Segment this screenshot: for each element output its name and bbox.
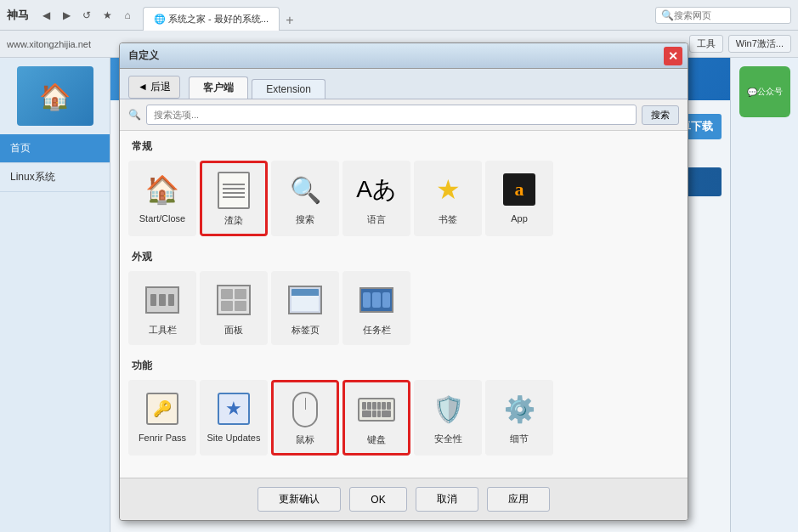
dialog-body: 常规 🏠 Start/Close [120, 131, 688, 478]
item-start-close[interactable]: 🏠 Start/Close [128, 161, 196, 236]
item-icon-detail: ⚙️ [499, 388, 540, 429]
item-language[interactable]: Aあ 语言 [342, 161, 410, 236]
item-label-search: 搜索 [296, 213, 314, 226]
search-icon: 🔍 [128, 109, 141, 121]
dialog-close-button[interactable]: ✕ [664, 47, 682, 65]
item-search[interactable]: 🔍 搜索 [271, 161, 339, 236]
section-label-function: 功能 [128, 359, 679, 373]
item-icon-security: 🛡️ [427, 388, 468, 429]
dialog-titlebar: 自定义 ✕ [120, 43, 688, 69]
item-label-zhajian: 渣染 [224, 214, 243, 227]
update-confirm-button[interactable]: 更新确认 [258, 487, 341, 512]
item-tabpage[interactable]: 标签页 [271, 271, 339, 345]
item-app[interactable]: a App [485, 161, 553, 236]
item-keyboard[interactable]: 键盘 [342, 380, 410, 456]
customize-dialog: 自定义 ✕ ◄ 后退 客户端 Extension 🔍 搜索 常规 [119, 42, 688, 521]
item-zhajian[interactable]: 渣染 [200, 161, 268, 236]
ok-button[interactable]: OK [349, 487, 406, 512]
item-label-panel: 面板 [224, 324, 243, 337]
item-label-mouse: 鼠标 [296, 433, 314, 446]
tab-extension[interactable]: Extension [252, 79, 325, 99]
item-label-keyboard: 键盘 [367, 433, 386, 446]
item-panel[interactable]: 面板 [200, 271, 268, 345]
item-icon-fenrir-pass: 🔑 [142, 388, 183, 429]
dialog-tab-bar: ◄ 后退 客户端 Extension [120, 69, 688, 99]
dialog-title: 自定义 [128, 48, 159, 63]
item-icon-site-updates: ★ [213, 388, 254, 429]
cancel-button[interactable]: 取消 [416, 487, 478, 512]
items-grid-general: 🏠 Start/Close 渣 [128, 161, 679, 236]
apply-button[interactable]: 应用 [487, 487, 550, 512]
item-icon-keyboard [356, 389, 397, 430]
item-mouse[interactable]: 鼠标 [271, 380, 339, 456]
items-grid-function: 🔑 Fenrir Pass ★ Site Updates [128, 380, 679, 456]
dialog-search-button[interactable]: 搜索 [642, 105, 679, 125]
item-icon-panel [213, 280, 254, 320]
item-label-security: 安全性 [434, 433, 462, 445]
item-label-fenrir-pass: Fenrir Pass [139, 433, 186, 443]
item-icon-taskbar [356, 280, 397, 320]
item-icon-search: 🔍 [285, 169, 325, 210]
item-label-detail: 细节 [510, 433, 529, 445]
item-label-app: App [511, 213, 528, 224]
item-icon-toolbar [142, 280, 183, 320]
item-icon-language: Aあ [356, 169, 397, 210]
item-label-toolbar: 工具栏 [149, 324, 177, 337]
item-icon-app: a [499, 169, 540, 210]
browser-window: 神马 ◀ ▶ ↺ ★ ⌂ 🌐 系统之家 - 最好的系统... + 🔍 www.x… [0, 0, 798, 532]
items-grid-appearance: 工具栏 面板 [128, 271, 679, 345]
item-site-updates[interactable]: ★ Site Updates [200, 380, 268, 456]
item-icon-start-close: 🏠 [142, 169, 183, 210]
section-label-general: 常规 [128, 139, 679, 154]
item-label-start-close: Start/Close [139, 213, 185, 224]
item-toolbar[interactable]: 工具栏 [128, 271, 196, 345]
dialog-search-bar: 🔍 搜索 [120, 99, 688, 131]
item-label-site-updates: Site Updates [207, 433, 261, 443]
section-label-appearance: 外观 [128, 250, 679, 264]
item-security[interactable]: 🛡️ 安全性 [414, 380, 482, 456]
item-label-language: 语言 [367, 213, 386, 226]
dialog-back-button[interactable]: ◄ 后退 [128, 76, 180, 99]
item-taskbar[interactable]: 任务栏 [342, 271, 410, 345]
tab-client[interactable]: 客户端 [189, 76, 248, 99]
item-fenrir-pass[interactable]: 🔑 Fenrir Pass [128, 380, 196, 456]
dialog-footer: 更新确认 OK 取消 应用 [120, 478, 688, 520]
item-bookmark[interactable]: ★ 书签 [414, 161, 482, 236]
dialog-overlay: 自定义 ✕ ◄ 后退 客户端 Extension 🔍 搜索 常规 [0, 0, 798, 532]
item-icon-bookmark: ★ [427, 169, 468, 210]
item-label-taskbar: 任务栏 [363, 324, 391, 337]
item-label-tabpage: 标签页 [291, 324, 320, 337]
item-icon-tabpage [285, 280, 325, 320]
item-icon-zhajian [213, 170, 254, 211]
dialog-search-input[interactable] [146, 105, 637, 125]
item-label-bookmark: 书签 [439, 213, 457, 226]
item-icon-mouse [285, 389, 325, 430]
item-detail[interactable]: ⚙️ 细节 [485, 380, 553, 456]
